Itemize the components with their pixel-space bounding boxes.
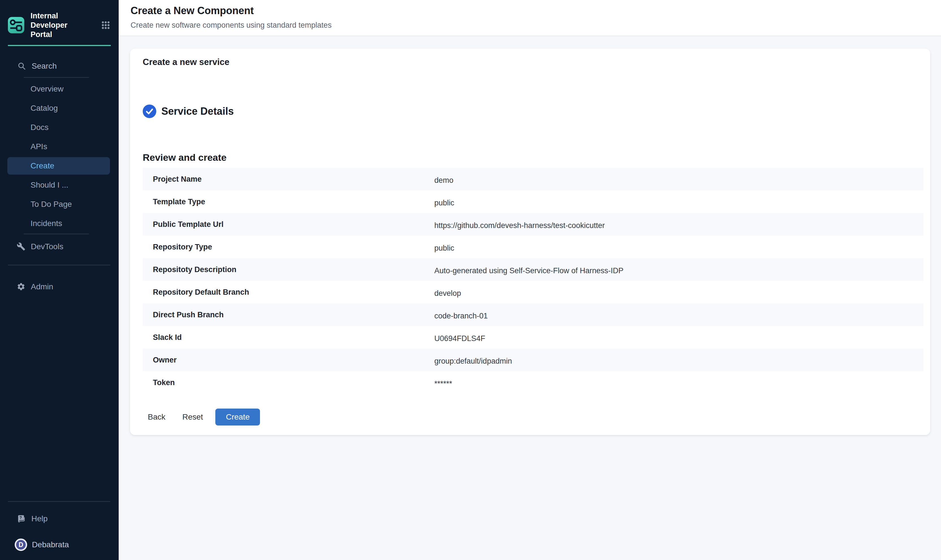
avatar-initial: D <box>18 541 23 549</box>
sidebar-divider <box>24 77 89 78</box>
row-value: develop <box>434 289 924 298</box>
reset-button[interactable]: Reset <box>177 409 208 426</box>
workflow-logo-icon <box>8 17 24 33</box>
back-button[interactable]: Back <box>143 409 171 426</box>
table-row: Repository Default Branch develop <box>143 281 924 303</box>
avatar: D <box>15 538 27 551</box>
sidebar-item-label: Overview <box>31 85 64 94</box>
sidebar-item-label: Catalog <box>31 104 58 113</box>
row-label: Slack Id <box>153 333 434 342</box>
row-value: public <box>434 244 924 252</box>
sidebar-item-create[interactable]: Create <box>7 157 110 175</box>
sidebar-logo-row: Internal Developer Portal <box>8 0 111 46</box>
row-label: Token <box>153 378 434 387</box>
search-label: Search <box>32 62 57 71</box>
row-value: demo <box>434 176 924 185</box>
step-check-icon <box>143 105 156 118</box>
sidebar-divider <box>8 501 110 502</box>
table-row: Public Template Url https://github.com/d… <box>143 213 924 235</box>
table-row: Project Name demo <box>143 168 924 191</box>
sidebar-item-docs[interactable]: Docs <box>0 118 119 137</box>
table-row: Owner group:default/idpadmin <box>143 349 924 371</box>
main-content: Create a New Component Create new softwa… <box>119 0 941 560</box>
gear-icon <box>17 282 25 291</box>
sidebar: Internal Developer Portal Search Overvie… <box>0 0 119 560</box>
sidebar-item-label: Admin <box>31 282 53 291</box>
sidebar-item-label: Should I ... <box>31 180 68 189</box>
sidebar-item-label: Docs <box>31 123 49 132</box>
search-icon <box>17 62 26 70</box>
step-label: Service Details <box>161 105 234 117</box>
table-row: Token ****** <box>143 371 924 394</box>
sidebar-item-to-do-page[interactable]: To Do Page <box>0 195 119 214</box>
row-value: public <box>434 198 924 208</box>
page-subtitle: Create new software components using sta… <box>131 20 930 30</box>
sidebar-divider <box>8 265 110 265</box>
row-value: code-branch-01 <box>434 312 924 320</box>
table-row: Repository Type public <box>143 235 924 258</box>
row-label: Project Name <box>153 175 434 184</box>
user-name: Debabrata <box>32 540 69 549</box>
sidebar-item-help[interactable]: ? Help <box>0 509 119 528</box>
stepper-step-service-details[interactable]: Service Details <box>143 105 924 118</box>
sidebar-item-admin[interactable]: Admin <box>0 277 119 296</box>
help-label: Help <box>31 514 48 523</box>
help-icon: ? <box>16 514 26 523</box>
table-row: Template Type public <box>143 191 924 213</box>
sidebar-divider <box>24 234 89 234</box>
create-service-card: Create a new service Service Details Rev… <box>130 49 930 435</box>
row-label: Repository Default Branch <box>153 288 434 297</box>
row-value: https://github.com/devesh-harness/test-c… <box>434 221 924 230</box>
sidebar-spacer <box>0 296 119 501</box>
sidebar-nav: Overview Catalog Docs APIs Create Should… <box>0 79 119 233</box>
review-title: Review and create <box>143 151 924 164</box>
row-label: Direct Push Branch <box>153 311 434 319</box>
form-actions: Back Reset Create <box>143 409 924 426</box>
sidebar-item-catalog[interactable]: Catalog <box>0 98 119 118</box>
content-area: Create a new service Service Details Rev… <box>119 36 941 560</box>
sidebar-item-label: Create <box>31 162 54 170</box>
create-button[interactable]: Create <box>215 409 260 426</box>
row-label: Template Type <box>153 197 434 206</box>
table-row: Direct Push Branch code-branch-01 <box>143 303 924 326</box>
row-label: Public Template Url <box>153 220 434 229</box>
row-label: Owner <box>153 356 434 365</box>
sidebar-item-incidents[interactable]: Incidents <box>0 214 119 233</box>
sidebar-item-label: Incidents <box>31 219 62 228</box>
table-row: Repositoty Description Auto-generated us… <box>143 258 924 281</box>
sidebar-search[interactable]: Search <box>0 60 119 72</box>
row-value: U0694FDLS4F <box>434 334 924 343</box>
page-header: Create a New Component Create new softwa… <box>119 0 941 36</box>
sidebar-item-overview[interactable]: Overview <box>0 79 119 98</box>
sidebar-item-devtools[interactable]: DevTools <box>0 237 119 256</box>
wrench-icon <box>17 242 25 251</box>
row-value: group:default/idpadmin <box>434 357 924 366</box>
row-value: ****** <box>434 380 924 388</box>
row-label: Repository Type <box>153 243 434 251</box>
sidebar-item-should-i[interactable]: Should I ... <box>0 175 119 195</box>
row-value: Auto-generated using Self-Service-Flow o… <box>434 266 924 275</box>
sidebar-item-label: APIs <box>31 142 47 151</box>
sidebar-item-label: DevTools <box>31 242 63 251</box>
page-title: Create a New Component <box>131 4 930 17</box>
row-label: Repositoty Description <box>153 265 434 274</box>
app-title: Internal Developer Portal <box>31 11 87 39</box>
user-menu[interactable]: D Debabrata <box>0 534 119 555</box>
apps-grid-icon[interactable] <box>101 21 110 30</box>
review-table: Project Name demo Template Type public P… <box>143 168 924 394</box>
card-title: Create a new service <box>143 57 924 68</box>
help-question-glyph: ? <box>20 515 22 520</box>
app-logo[interactable] <box>8 17 24 33</box>
sidebar-item-apis[interactable]: APIs <box>0 137 119 156</box>
sidebar-item-label: To Do Page <box>31 200 72 209</box>
table-row: Slack Id U0694FDLS4F <box>143 326 924 349</box>
